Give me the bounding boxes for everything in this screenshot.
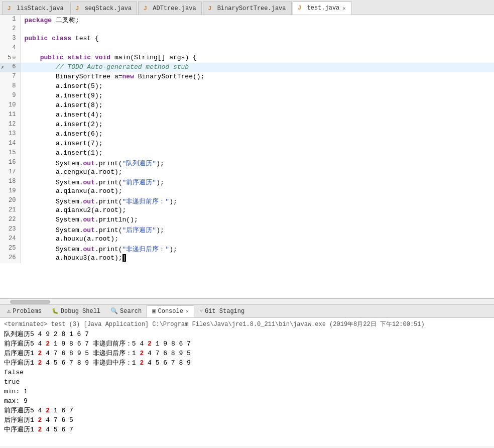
console-terminated-line: <terminated> test (3) [Java Application]… <box>4 320 490 329</box>
java-file-icon-seqStack: J <box>76 5 83 12</box>
table-row: 22 System.out.println(); <box>0 215 494 225</box>
list-item: 后序遍历1 2 4 7 6 8 9 5 非递归后序：1 2 4 7 6 8 9 … <box>4 349 490 358</box>
line-number: ✗6 <box>0 63 20 72</box>
line-content: public class test { <box>20 34 494 44</box>
tab-lisStack[interactable]: J lisStack.java <box>2 2 69 15</box>
editor-scrollbar[interactable] <box>0 299 494 305</box>
line-content <box>20 44 494 53</box>
line-number: 2 <box>0 25 20 34</box>
tab-search[interactable]: 🔍 Search <box>105 305 147 317</box>
line-content: System.out.print("队列遍历"); <box>20 158 494 168</box>
table-row: 14 a.insert(7); <box>0 139 494 149</box>
line-number: 10 <box>0 101 20 110</box>
line-content: System.out.print("后序遍历"); <box>20 225 494 235</box>
tab-gitStaging[interactable]: ⑂ Git Staging <box>194 305 250 317</box>
line-number: 21 <box>0 206 20 215</box>
line-number: 1 <box>0 15 20 25</box>
console-panel[interactable]: <terminated> test (3) [Java Application]… <box>0 318 494 446</box>
line-content: a.houxu3(a.root);| <box>20 254 494 263</box>
list-item: 中序遍历1 2 4 5 6 7 8 9 非递归中序：1 2 4 5 6 7 8 … <box>4 358 490 368</box>
table-row: 24 a.houxu(a.root); <box>0 235 494 244</box>
line-number: 7 <box>0 72 20 82</box>
table-row: 23 System.out.print("后序遍历"); <box>0 225 494 235</box>
line-number: 3 <box>0 34 20 44</box>
line-content: a.insert(2); <box>20 120 494 130</box>
line-number: 15 <box>0 149 20 158</box>
line-content: System.out.print("非递归后序："); <box>20 244 494 254</box>
tab-problems[interactable]: ⚠ Problems <box>2 305 47 317</box>
list-item: 中序遍历1 2 4 5 6 7 <box>4 425 490 434</box>
table-row: 11 a.insert(4); <box>0 110 494 120</box>
tab-label-lisStack: lisStack.java <box>17 5 64 12</box>
line-number: 9 <box>0 91 20 101</box>
table-row: 16 System.out.print("队列遍历"); <box>0 158 494 168</box>
bottom-tab-label-debugShell: Debug Shell <box>61 308 100 315</box>
line-content: System.out.println(); <box>20 215 494 225</box>
console-icon: ▣ <box>152 307 156 315</box>
line-number: 13 <box>0 130 20 139</box>
tab-close-test[interactable]: ✕ <box>342 5 346 12</box>
list-item: max: 9 <box>4 396 490 406</box>
line-content: a.insert(7); <box>20 139 494 149</box>
console-tab-close[interactable]: ✕ <box>186 308 189 314</box>
line-number: 5⊖ <box>0 53 20 63</box>
code-editor[interactable]: 1 package 二叉树; 2 3 public class test { 4… <box>0 15 494 299</box>
table-row: 15 a.insert(1); <box>0 149 494 158</box>
list-item: 后序遍历1 2 4 7 6 5 <box>4 415 490 425</box>
line-content: a.qianxu(a.root); <box>20 187 494 196</box>
line-number: 24 <box>0 235 20 244</box>
table-row: 7 BinarySortTree a=new BinarySortTree(); <box>0 72 494 82</box>
line-content: a.insert(4); <box>20 110 494 120</box>
list-item: true <box>4 377 490 387</box>
line-number: 8 <box>0 82 20 91</box>
list-item: min: 1 <box>4 387 490 396</box>
table-row: 20 System.out.print("非递归前序："); <box>0 196 494 206</box>
table-row: 12 a.insert(2); <box>0 120 494 130</box>
list-item: 前序遍历5 4 2 1 6 7 <box>4 406 490 415</box>
table-row: 2 <box>0 25 494 34</box>
table-row: 26 a.houxu3(a.root);| <box>0 254 494 263</box>
code-table: 1 package 二叉树; 2 3 public class test { 4… <box>0 15 494 263</box>
line-content: a.insert(6); <box>20 130 494 139</box>
tab-ADTtree[interactable]: J ADTtree.java <box>138 2 201 15</box>
line-content: System.out.print("前序遍历"); <box>20 177 494 187</box>
bottom-tab-label-search: Search <box>120 308 142 315</box>
line-content: package 二叉树; <box>20 15 494 25</box>
java-file-icon-ADTtree: J <box>144 5 151 12</box>
list-item: 队列遍历5 4 9 2 8 1 6 7 <box>4 329 490 339</box>
line-content: a.insert(9); <box>20 91 494 101</box>
line-number: 12 <box>0 120 20 130</box>
list-item: 前序遍历5 4 2 1 9 8 6 7 非递归前序：5 4 2 1 9 8 6 … <box>4 339 490 349</box>
line-content: a.insert(1); <box>20 149 494 158</box>
line-content <box>20 25 494 34</box>
java-file-icon-BinarySortTree: J <box>208 5 215 12</box>
search-icon: 🔍 <box>110 307 118 315</box>
line-content: // TODO Auto-generated method stub <box>20 63 494 72</box>
tab-label-test: test.java <box>307 5 340 12</box>
line-content: a.cengxu(a.root); <box>20 168 494 177</box>
tab-seqStack[interactable]: J seqStack.java <box>70 2 138 15</box>
scrollbar-thumb[interactable] <box>10 300 50 304</box>
line-content: System.out.print("非递归前序："); <box>20 196 494 206</box>
table-row: 1 package 二叉树; <box>0 15 494 25</box>
tab-BinarySortTree[interactable]: J BinarySortTree.java <box>203 2 292 15</box>
table-row: ✗6 // TODO Auto-generated method stub <box>0 63 494 72</box>
table-row: 18 System.out.print("前序遍历"); <box>0 177 494 187</box>
bottom-tab-label-gitStaging: Git Staging <box>205 308 244 315</box>
debug-icon: 🐛 <box>52 308 59 314</box>
tab-console[interactable]: ▣ Console ✕ <box>147 305 194 317</box>
line-number: 19 <box>0 187 20 196</box>
line-content: BinarySortTree a=new BinarySortTree(); <box>20 72 494 82</box>
table-row: 19 a.qianxu(a.root); <box>0 187 494 196</box>
tab-debugShell[interactable]: 🐛 Debug Shell <box>47 305 105 317</box>
line-number: 4 <box>0 44 20 53</box>
line-content: a.qianxu2(a.root); <box>20 206 494 215</box>
table-row: 9 a.insert(9); <box>0 91 494 101</box>
java-file-icon-lisStack: J <box>8 5 15 12</box>
tab-label-ADTtree: ADTtree.java <box>153 5 196 12</box>
line-number: 16 <box>0 158 20 168</box>
tab-test[interactable]: J test.java ✕ <box>293 2 351 15</box>
bottom-tab-label-problems: Problems <box>13 308 42 315</box>
line-number: 26 <box>0 254 20 263</box>
line-number: 18 <box>0 177 20 187</box>
